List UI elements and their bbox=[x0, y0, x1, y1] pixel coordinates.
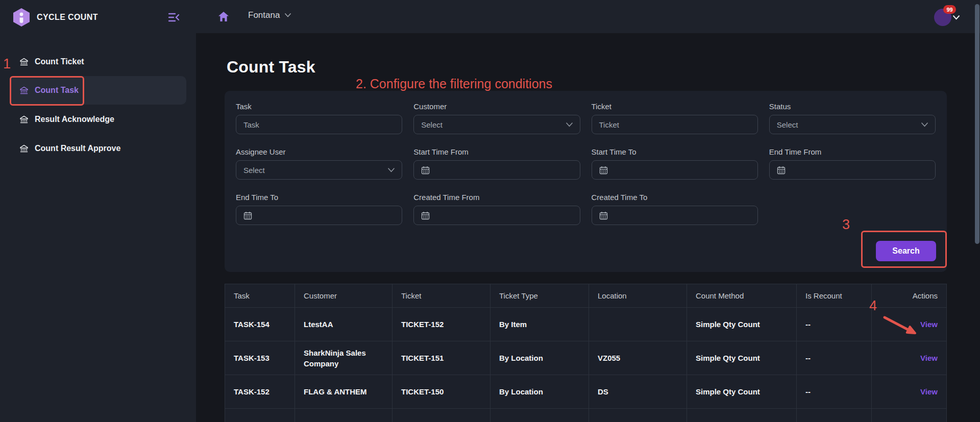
sidebar-menu: Count Ticket Count Task Result Acknowled… bbox=[0, 47, 196, 163]
col-customer: Customer bbox=[295, 284, 393, 308]
field-label: Ticket bbox=[592, 102, 758, 111]
cell-count-method: Simple Qty Count bbox=[687, 341, 797, 375]
sidebar-item-label: Count Result Approve bbox=[35, 144, 120, 153]
home-icon[interactable] bbox=[218, 12, 229, 21]
filter-field-status: Status Select bbox=[769, 102, 936, 134]
cell-ticket-type: By Location bbox=[491, 409, 589, 422]
cell-is-recount: -- bbox=[797, 308, 872, 341]
cell-location: DS bbox=[589, 409, 687, 422]
bank-icon bbox=[19, 86, 29, 95]
col-task: Task bbox=[225, 284, 295, 308]
cell-customer: SharkNinja Sales Company bbox=[295, 341, 393, 375]
filter-field-assignee-user: Assignee User Select bbox=[236, 147, 402, 180]
col-count-method: Count Method bbox=[687, 284, 797, 308]
view-link[interactable]: View bbox=[920, 420, 938, 422]
created-time-to-datepicker[interactable] bbox=[592, 206, 758, 225]
table-row: TASK-151 FLAG & ANTHEM TICKET-148 By Loc… bbox=[225, 409, 946, 422]
warehouse-selector[interactable]: Fontana bbox=[248, 10, 291, 20]
scrollbar-thumb[interactable] bbox=[975, 4, 979, 244]
sidebar-item-result-acknowledge[interactable]: Result Acknowledge bbox=[0, 105, 196, 134]
task-input[interactable]: Task bbox=[236, 115, 402, 134]
cell-ticket: TICKET-148 bbox=[393, 409, 491, 422]
sidebar-item-count-task[interactable]: Count Task bbox=[10, 76, 186, 105]
user-menu[interactable]: 99 bbox=[931, 5, 962, 29]
calendar-icon bbox=[599, 166, 608, 175]
view-link[interactable]: View bbox=[920, 319, 938, 330]
search-button[interactable]: Search bbox=[876, 241, 936, 261]
cell-count-method bbox=[687, 409, 797, 422]
cell-customer: FLAG & ANTHEM bbox=[295, 375, 393, 409]
filter-field-created-time-to: Created Time To bbox=[592, 193, 758, 225]
chevron-down-icon bbox=[566, 122, 573, 127]
brand-title: CYCLE COUNT bbox=[37, 13, 98, 22]
sidebar-item-count-result-approve[interactable]: Count Result Approve bbox=[0, 134, 196, 163]
view-link[interactable]: View bbox=[920, 353, 938, 363]
table-row: TASK-152 FLAG & ANTHEM TICKET-150 By Loc… bbox=[225, 375, 946, 409]
filter-field-customer: Customer Select bbox=[413, 102, 580, 134]
bank-icon bbox=[19, 57, 29, 66]
cell-task: TASK-154 bbox=[225, 308, 295, 341]
cell-customer: LtestAA bbox=[295, 308, 393, 341]
filter-field-end-time-from: End Time From bbox=[769, 147, 936, 180]
sidebar-item-count-ticket[interactable]: Count Ticket bbox=[0, 47, 196, 76]
chevron-down-icon bbox=[388, 168, 395, 172]
cell-location: VZ055 bbox=[589, 341, 687, 375]
start-time-from-datepicker[interactable] bbox=[413, 160, 580, 180]
start-time-to-datepicker[interactable] bbox=[592, 160, 758, 180]
filter-field-start-time-from: Start Time From bbox=[413, 147, 580, 180]
notification-badge: 99 bbox=[943, 5, 956, 14]
cell-ticket: TICKET-151 bbox=[393, 341, 491, 375]
calendar-icon bbox=[243, 211, 252, 220]
chevron-down-icon bbox=[921, 122, 928, 127]
field-label: Status bbox=[769, 102, 936, 111]
cell-location: DS bbox=[589, 375, 687, 409]
cell-customer: FLAG & ANTHEM bbox=[295, 409, 393, 422]
field-label: Customer bbox=[413, 102, 580, 111]
customer-select[interactable]: Select bbox=[413, 115, 580, 134]
col-ticket-type: Ticket Type bbox=[491, 284, 589, 308]
warehouse-name: Fontana bbox=[248, 10, 280, 20]
sidebar-item-label: Count Ticket bbox=[35, 57, 84, 66]
cycle-count-app: CYCLE COUNT Count Ticket Count Tas bbox=[0, 0, 980, 422]
cell-location bbox=[589, 308, 687, 341]
main-content: Count Task Task Task Customer Select Tic… bbox=[196, 33, 980, 422]
field-label: End Time From bbox=[769, 147, 936, 156]
end-time-from-datepicker[interactable] bbox=[769, 160, 936, 180]
end-time-to-datepicker[interactable] bbox=[236, 206, 402, 225]
sidebar-item-label: Result Acknowledge bbox=[35, 115, 114, 124]
app-logo-icon bbox=[12, 8, 31, 27]
table-row: TASK-153 SharkNinja Sales Company TICKET… bbox=[225, 341, 946, 375]
cell-task: TASK-153 bbox=[225, 341, 295, 375]
chevron-down-icon bbox=[285, 13, 291, 17]
filter-field-end-time-to: End Time To bbox=[236, 193, 402, 225]
topbar: Fontana 99 bbox=[196, 0, 980, 33]
brand-area: CYCLE COUNT bbox=[12, 7, 98, 28]
field-label: Start Time To bbox=[592, 147, 758, 156]
field-label: Created Time From bbox=[413, 193, 580, 202]
table-header: Task Customer Ticket Ticket Type Locatio… bbox=[225, 284, 946, 308]
count-task-table: Task Customer Ticket Ticket Type Locatio… bbox=[225, 284, 947, 422]
cell-is-recount: -- bbox=[797, 375, 872, 409]
ticket-input[interactable]: Ticket bbox=[592, 115, 758, 134]
field-label: Assignee User bbox=[236, 147, 402, 156]
calendar-icon bbox=[599, 211, 608, 220]
cell-task: TASK-151 bbox=[225, 409, 295, 422]
cell-is-recount: -- bbox=[797, 341, 872, 375]
filter-field-task: Task Task bbox=[236, 102, 402, 134]
created-time-from-datepicker[interactable] bbox=[413, 206, 580, 225]
sidebar-item-label: Count Task bbox=[35, 86, 79, 95]
calendar-icon bbox=[777, 166, 786, 175]
assignee-user-select[interactable]: Select bbox=[236, 160, 402, 180]
cell-count-method: Simple Qty Count bbox=[687, 375, 797, 409]
cell-count-method: Simple Qty Count bbox=[687, 308, 797, 341]
sidebar-collapse-icon[interactable] bbox=[168, 12, 180, 22]
filter-field-created-time-from: Created Time From bbox=[413, 193, 580, 225]
filter-field-start-time-to: Start Time To bbox=[592, 147, 758, 180]
field-label: Task bbox=[236, 102, 402, 111]
status-select[interactable]: Select bbox=[769, 115, 936, 134]
bank-icon bbox=[19, 144, 29, 153]
cell-ticket-type: By Item bbox=[491, 308, 589, 341]
cell-is-recount: -- bbox=[797, 409, 872, 422]
view-link[interactable]: View bbox=[920, 386, 938, 397]
sidebar: CYCLE COUNT Count Ticket Count Tas bbox=[0, 0, 196, 422]
